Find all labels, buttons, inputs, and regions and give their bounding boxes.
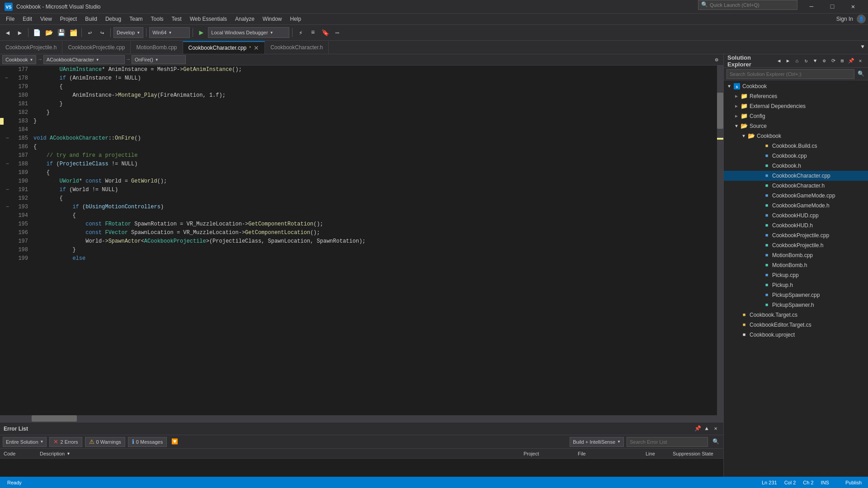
se-sync-button[interactable]: ⟳ <box>829 57 837 65</box>
tab-motionbomb-cpp[interactable]: MotionBomb.cpp <box>131 41 183 54</box>
error-search-button[interactable]: 🔍 <box>711 437 721 447</box>
se-home-button[interactable]: ⌂ <box>793 57 801 65</box>
status-publish[interactable]: Publish <box>844 479 863 486</box>
more-button[interactable]: ⋯ <box>332 27 343 38</box>
se-refresh-button[interactable]: ↻ <box>802 57 810 65</box>
tree-item-projectileh[interactable]: ■ CookbookProjectile.h <box>724 240 868 250</box>
menu-build[interactable]: Build <box>81 14 101 24</box>
menu-edit[interactable]: Edit <box>19 14 36 24</box>
new-project-button[interactable]: 📄 <box>31 27 42 38</box>
method-dropdown[interactable]: OnFire() ▼ <box>132 55 186 64</box>
tree-item-motionbombh[interactable]: ■ MotionBomb.h <box>724 260 868 270</box>
undo-button[interactable]: ↩ <box>85 27 95 38</box>
tree-item-hudh[interactable]: ■ CookbookHUD.h <box>724 221 868 230</box>
status-ch[interactable]: Ch 2 <box>801 479 815 486</box>
expand-icon[interactable]: ▲ <box>703 425 711 433</box>
se-settings-button[interactable]: ⚙ <box>820 57 828 65</box>
save-button[interactable]: 💾 <box>56 27 66 38</box>
panel-minimize-button[interactable]: 📌 ▲ ✕ <box>693 425 720 433</box>
errors-badge[interactable]: ✕ 2 Errors <box>49 437 82 447</box>
minimize-button[interactable]: ─ <box>801 0 822 14</box>
nav-settings-button[interactable]: ⚙ <box>712 55 721 64</box>
status-col[interactable]: Col 2 <box>783 479 798 486</box>
config-dropdown[interactable]: Develop ▼ <box>113 27 143 38</box>
status-ins[interactable]: INS <box>819 479 831 486</box>
tab-cookbookcharacter-h[interactable]: CookbookCharacter.h <box>265 41 329 54</box>
save-all-button[interactable]: 🗂️ <box>68 27 79 38</box>
tree-item-charactercpp[interactable]: ■ CookbookCharacter.cpp <box>724 171 868 181</box>
menu-file[interactable]: File <box>2 14 18 24</box>
start-button[interactable]: ▶ <box>196 27 207 38</box>
attach-button[interactable]: ⚡ <box>295 27 306 38</box>
tree-item-cookbookeditortargetcs[interactable]: ■ CookbookEditor.Target.cs <box>724 320 868 330</box>
source-expand[interactable]: ▼ <box>733 122 740 130</box>
references-expand[interactable]: ▶ <box>733 93 740 100</box>
se-pin-button[interactable]: 📌 <box>847 57 855 65</box>
se-search-button[interactable]: 🔍 <box>856 70 865 79</box>
tree-item-cookbook-folder[interactable]: ▼ 📂 Cookbook <box>724 131 868 141</box>
tree-item-motionbombcpp[interactable]: ■ MotionBomb.cpp <box>724 250 868 260</box>
platform-dropdown[interactable]: Win64 ▼ <box>149 27 190 38</box>
account-icon[interactable]: 👤 <box>857 14 866 23</box>
tree-item-gamemodecpp[interactable]: ■ CookbookGameMode.cpp <box>724 191 868 201</box>
maximize-button[interactable]: □ <box>822 0 843 14</box>
messages-badge[interactable]: ℹ 0 Messages <box>128 437 167 447</box>
root-expand[interactable]: ▼ <box>726 83 733 90</box>
menu-team[interactable]: Team <box>126 14 146 24</box>
status-ready[interactable]: Ready <box>5 479 24 486</box>
error-list-search[interactable] <box>627 437 708 447</box>
code-lines[interactable]: UAnimInstance* AnimInstance = Mesh1P->Ge… <box>32 66 717 415</box>
tab-cookbookcharacter-cpp[interactable]: CookbookCharacter.cpp * ✕ <box>183 41 265 54</box>
tree-item-cookbookcpp[interactable]: ■ Cookbook.cpp <box>724 151 868 161</box>
menu-test[interactable]: Test <box>168 14 185 24</box>
redo-button[interactable]: ↪ <box>97 27 108 38</box>
tree-item-external-deps[interactable]: ▶ 📁 External Dependencies <box>724 101 868 111</box>
tab-overflow-button[interactable]: ▼ <box>857 41 868 54</box>
tree-item-characterh[interactable]: ■ CookbookCharacter.h <box>724 181 868 191</box>
class-dropdown[interactable]: ACookbookCharacter ▼ <box>43 55 125 64</box>
tree-item-pickuph[interactable]: ■ Pickup.h <box>724 280 868 290</box>
filter-icon[interactable]: 🔽 <box>170 437 179 447</box>
se-collapse-button[interactable]: ▼ <box>811 57 819 65</box>
sign-in-label[interactable]: Sign In <box>836 16 853 22</box>
menu-view[interactable]: View <box>37 14 56 24</box>
menu-project[interactable]: Project <box>57 14 80 24</box>
menu-help[interactable]: Help <box>287 14 305 24</box>
tree-item-cookbookbuildcs[interactable]: ■ Cookbook.Build.cs <box>724 141 868 151</box>
menu-window[interactable]: Window <box>259 14 286 24</box>
editor-scrollbar[interactable] <box>717 66 723 415</box>
tree-item-references[interactable]: ▶ 📁 References <box>724 91 868 101</box>
tree-item-source[interactable]: ▼ 📂 Source <box>724 121 868 131</box>
tree-item-gamemodeh[interactable]: ■ CookbookGameMode.h <box>724 201 868 211</box>
tree-item-cookbookh[interactable]: ■ Cookbook.h <box>724 161 868 171</box>
close-panel-button[interactable]: ✕ <box>712 425 720 433</box>
tree-item-projectilecpp[interactable]: ■ CookbookProjectile.cpp <box>724 230 868 240</box>
close-tab-button[interactable]: ✕ <box>254 44 259 52</box>
tree-item-hudcpp[interactable]: ■ CookbookHUD.cpp <box>724 211 868 221</box>
project-dropdown[interactable]: Cookbook ▼ <box>2 55 36 64</box>
format-button[interactable]: ≡ <box>307 27 318 38</box>
open-button[interactable]: 📂 <box>43 27 54 38</box>
tree-item-cookbooktargetcs[interactable]: ■ Cookbook.Target.cs <box>724 310 868 320</box>
se-split-button[interactable]: ⊞ <box>838 57 846 65</box>
menu-analyze[interactable]: Analyze <box>231 14 258 24</box>
se-back-button[interactable]: ◀ <box>775 57 783 65</box>
tree-item-pickupspawnercpp[interactable]: ■ PickupSpawner.cpp <box>724 290 868 300</box>
bookmark-button[interactable]: 🔖 <box>320 27 330 38</box>
close-button[interactable]: ✕ <box>843 0 863 14</box>
warnings-badge[interactable]: ⚠ 0 Warnings <box>85 437 125 447</box>
menu-tools[interactable]: Tools <box>147 14 167 24</box>
tree-item-pickupspawnerh[interactable]: ■ PickupSpawner.h <box>724 300 868 310</box>
pin-icon[interactable]: 📌 <box>693 425 702 433</box>
tree-item-uproject[interactable]: ■ Cookbook.uproject <box>724 330 868 340</box>
code-editor[interactable]: 177 −178 179 180 181 182 183 184 −185 18… <box>0 66 723 415</box>
scope-dropdown[interactable]: Entire Solution ▼ <box>3 437 47 447</box>
se-close-button[interactable]: ✕ <box>856 57 864 65</box>
forward-button[interactable]: ▶ <box>14 27 25 38</box>
menu-webessentials[interactable]: Web Essentials <box>186 14 231 24</box>
tree-item-config[interactable]: ▶ 📁 Config <box>724 111 868 121</box>
horizontal-scrollbar[interactable] <box>0 415 723 422</box>
menu-debug[interactable]: Debug <box>102 14 125 24</box>
build-filter-dropdown[interactable]: Build + IntelliSense ▼ <box>570 437 624 447</box>
extdeps-expand[interactable]: ▶ <box>733 103 740 110</box>
